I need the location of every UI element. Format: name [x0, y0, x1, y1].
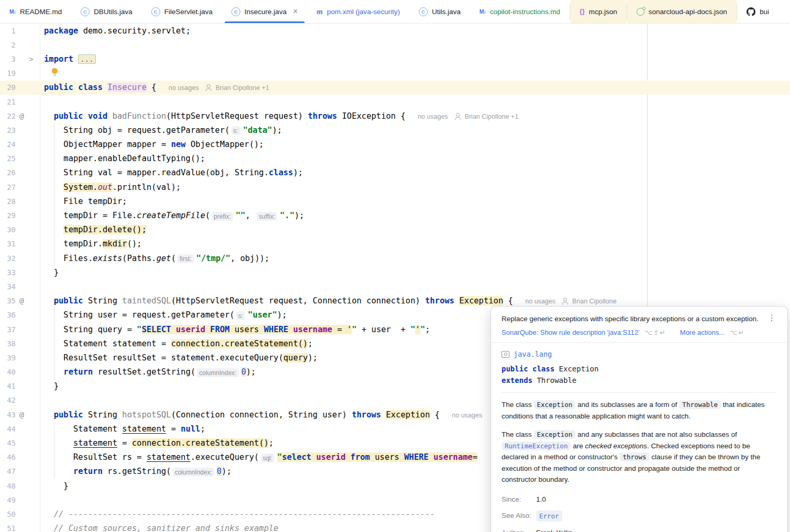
- code-text[interactable]: public String hotspotSQL(Connection conn…: [40, 410, 482, 420]
- see-also-link[interactable]: Error: [536, 511, 562, 522]
- code-text[interactable]: Statement statement = null;: [40, 424, 205, 434]
- code-text[interactable]: package demo.security.servlet;: [40, 26, 191, 36]
- gutter: 47: [0, 465, 40, 479]
- more-actions-link[interactable]: More actions...: [680, 329, 725, 336]
- code-text[interactable]: String obj = request.getParameter(s:"dat…: [40, 126, 282, 135]
- code-token: badFunction: [113, 111, 166, 121]
- usages-inlay[interactable]: no usages: [418, 113, 448, 120]
- tab-pom-xml-java-security-[interactable]: mpom.xml (java-security): [307, 0, 409, 23]
- tab-mcp-json[interactable]: {}mcp.json: [570, 0, 627, 23]
- code-line-34: 34: [0, 279, 790, 293]
- close-tab-icon[interactable]: ×: [293, 7, 297, 16]
- code-text[interactable]: String query = "SELECT userid FROM users…: [40, 325, 430, 334]
- gutter: 1: [0, 24, 40, 38]
- code-token: Files.: [44, 254, 93, 263]
- code-token: =: [332, 325, 347, 334]
- code-token: class: [269, 168, 293, 177]
- code-token: demo.security.servlet;: [78, 26, 191, 36]
- inlay-hint[interactable]: columnIndex:: [173, 468, 214, 477]
- code-text[interactable]: import ...: [40, 54, 96, 64]
- code-token: connection.createStatement(): [171, 339, 308, 348]
- code-line-22: 22@ public void badFunction(HttpServletR…: [0, 109, 790, 123]
- code-token: =: [166, 424, 181, 434]
- tab-readme-md[interactable]: M↓README.md: [0, 0, 71, 23]
- inlay-hint[interactable]: sql:: [261, 454, 275, 462]
- tab-insecure-java[interactable]: CInsecure.java×: [222, 0, 307, 23]
- code-text[interactable]: Files.exists(Paths.get(first:"/tmp/", ob…: [40, 254, 270, 263]
- tab-sonarcloud-api-docs-json[interactable]: sonarcloud-api-docs.json: [627, 0, 737, 23]
- inlay-hint[interactable]: prefix:: [212, 212, 233, 221]
- inlay-hint[interactable]: suffix:: [257, 212, 277, 221]
- code-text[interactable]: public class Insecure { no usagesBrian C…: [40, 83, 269, 92]
- code-text[interactable]: }: [40, 268, 59, 277]
- code-token: String query =: [44, 325, 137, 334]
- usages-inlay[interactable]: Brian Cipollone +1: [216, 84, 270, 92]
- code-text[interactable]: [40, 68, 58, 78]
- code-text[interactable]: System.out.println(val);: [40, 183, 181, 192]
- code-chip-link[interactable]: RuntimeException: [502, 442, 571, 450]
- code-text[interactable]: String val = mapper.readValue(obj, Strin…: [40, 168, 303, 177]
- tab-bui[interactable]: bui: [737, 0, 778, 23]
- code-token: System.: [63, 183, 97, 192]
- code-text[interactable]: String user = request.getParameter(s:"us…: [40, 310, 287, 320]
- code-text[interactable]: statement = connection.createStatement()…: [40, 438, 274, 448]
- usages-inlay[interactable]: no usages: [452, 412, 482, 419]
- java-class-icon: C: [231, 7, 240, 16]
- code-text[interactable]: ResultSet resultSet = statement.executeQ…: [40, 353, 318, 363]
- sonarqube-rule-link[interactable]: SonarQube: Show rule description 'java:S…: [502, 329, 639, 336]
- code-token: [73, 54, 78, 64]
- line-number: 47: [0, 467, 16, 476]
- popup-header: Replace generic exceptions with specific…: [491, 307, 787, 342]
- code-text[interactable]: File tempDir;: [40, 197, 127, 206]
- annotation-gutter-icon[interactable]: @: [16, 112, 38, 120]
- usages-inlay[interactable]: no usages: [169, 84, 199, 92]
- usages-inlay[interactable]: Brian Cipollone +1: [465, 113, 519, 120]
- code-text[interactable]: tempDir = File.createTempFile(prefix:"",…: [40, 211, 304, 220]
- meta-label: Author:: [502, 528, 536, 532]
- line-number: 38: [0, 339, 16, 348]
- code-text[interactable]: tempDir.mkdir();: [40, 239, 142, 248]
- annotation-gutter-icon[interactable]: @: [16, 411, 38, 419]
- tab-copilot-instructions-md[interactable]: M↓copilot-instructions.md: [470, 0, 570, 23]
- code-text[interactable]: }: [40, 481, 69, 491]
- more-options-icon[interactable]: ⋮: [766, 314, 777, 322]
- gutter: 34: [0, 279, 40, 293]
- package-name[interactable]: java.lang: [514, 350, 552, 358]
- code-text[interactable]: // -------------------------------------…: [40, 510, 435, 519]
- code-text[interactable]: mapper.enableDefaultTyping();: [40, 154, 205, 163]
- code-token: throws: [352, 410, 381, 420]
- code-token: WHERE: [264, 325, 288, 334]
- usages-inlay[interactable]: no usages: [525, 298, 555, 305]
- annotation-gutter-icon[interactable]: @: [16, 297, 38, 305]
- tab-bar: M↓README.mdCDBUtils.javaCFileServlet.jav…: [0, 0, 790, 24]
- code-text[interactable]: return resultSet.getString(columnIndex:0…: [40, 367, 256, 377]
- usages-inlay[interactable]: Brian Cipollone: [572, 298, 617, 305]
- gutter: 35@: [0, 294, 40, 308]
- fold-chevron-icon[interactable]: >: [16, 55, 38, 63]
- folded-imports[interactable]: ...: [78, 54, 95, 64]
- code-text[interactable]: public void badFunction(HttpServletReque…: [40, 111, 518, 121]
- code-text[interactable]: tempDir.delete();: [40, 225, 147, 234]
- code-text[interactable]: ObjectMapper mapper = new ObjectMapper()…: [40, 140, 264, 149]
- code-token: from: [350, 452, 370, 462]
- inlay-hint[interactable]: s:: [231, 126, 240, 135]
- tab-fileservlet-java[interactable]: CFileServlet.java: [142, 0, 222, 23]
- code-token: public: [44, 410, 83, 420]
- person-icon: [454, 113, 461, 120]
- code-text[interactable]: }: [40, 381, 59, 391]
- code-text[interactable]: return rs.getString(columnIndex:0);: [40, 467, 231, 476]
- inlay-hint[interactable]: first:: [177, 254, 194, 263]
- shortcut-hint: ⌥↵: [730, 329, 745, 336]
- lightbulb-icon[interactable]: [51, 68, 58, 76]
- inlay-hint[interactable]: columnIndex:: [197, 368, 238, 377]
- inlay-hint[interactable]: s:: [236, 311, 245, 320]
- code-text[interactable]: public String taintedSQL(HttpServletRequ…: [40, 296, 617, 305]
- tab-dbutils-java[interactable]: CDBUtils.java: [71, 0, 142, 23]
- line-number: 30: [0, 225, 16, 234]
- line-number: 28: [0, 197, 16, 206]
- code-text[interactable]: // Custom sources, sanitizer and sinks e…: [40, 524, 279, 532]
- tab-utils-java[interactable]: CUtils.java: [409, 0, 470, 23]
- code-text[interactable]: Statement statement = connection.createS…: [40, 339, 313, 348]
- shortcut-hint: ⌥⇧↵: [644, 329, 666, 336]
- code-text[interactable]: ResultSet rs = statement.executeQuery(sq…: [40, 452, 477, 462]
